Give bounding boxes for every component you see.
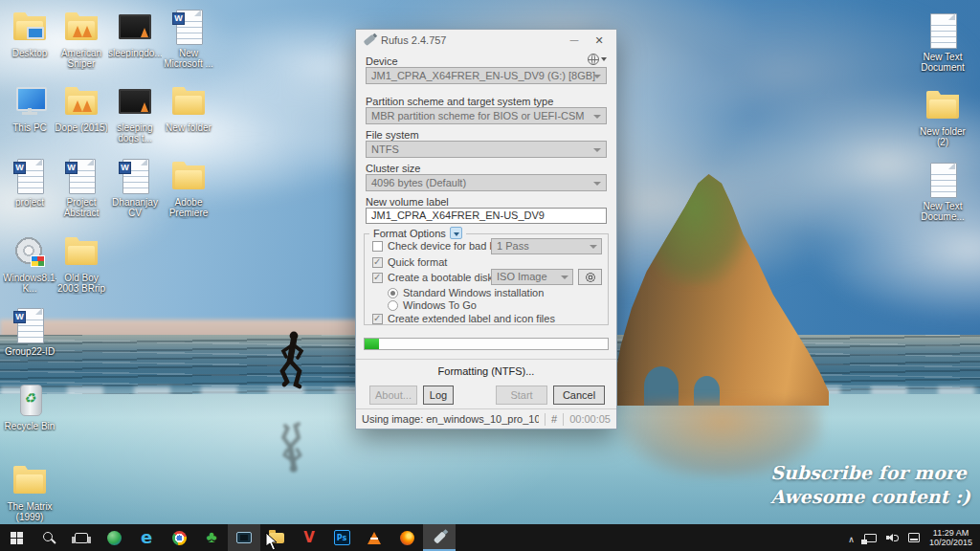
taskbar-download-manager-button[interactable] (98, 524, 130, 551)
subscribe-line-2: Awesome content :) (770, 485, 970, 509)
desktop-icon-label: sleeping dogs t... (108, 122, 162, 143)
minimize-button[interactable] (565, 33, 584, 48)
window-title: Rufus 2.4.757 (381, 34, 559, 46)
taskbar-v-app-button[interactable] (293, 524, 325, 551)
tray-overflow-icon[interactable] (848, 529, 855, 546)
desktop-icon-label: The Matrix (1999) (3, 501, 56, 522)
taskbar-task-view-button[interactable] (65, 524, 98, 551)
folder-icon (169, 82, 208, 121)
taskbar-photoshop-button[interactable] (325, 524, 358, 551)
desktop-icon-new-text-document[interactable]: New Text Document (916, 11, 969, 73)
taskbar-firefox-button[interactable] (390, 524, 423, 551)
taskbar-vlc-button[interactable] (358, 524, 390, 551)
desktop-icon-label: Project Abstract (55, 197, 108, 218)
search-icon (42, 531, 56, 545)
edge-icon (141, 529, 152, 547)
desktop-icon-dhananjay-cv[interactable]: Dhananjay CV (108, 157, 162, 218)
desktop-icon-sleepingdogs-video[interactable]: sleepingdo... (108, 8, 162, 58)
desktop-icon-sleeping-dogs-video-2[interactable]: sleeping dogs t... (108, 82, 162, 143)
bad-blocks-checkbox[interactable] (372, 241, 383, 252)
hash-button[interactable]: # (551, 413, 557, 425)
cancel-button[interactable]: Cancel (553, 386, 605, 405)
desktop-icon-adobe-premiere[interactable]: Adobe Premiere P... (162, 157, 215, 219)
extended-label-checkbox[interactable] (372, 314, 383, 324)
standard-install-radio[interactable] (388, 288, 398, 298)
close-button[interactable] (590, 33, 609, 48)
system-tray: 11:29 AM 10/20/2015 (848, 524, 980, 551)
rufus-app-icon (363, 34, 375, 46)
media-player-icon (236, 532, 252, 543)
format-status-text: Formatting (NTFS)... (356, 365, 616, 377)
windows-to-go-radio[interactable] (388, 300, 398, 311)
partition-scheme-select[interactable]: MBR partition scheme for BIOS or UEFI-CS… (366, 107, 607, 124)
taskbar-media-player-button[interactable] (228, 524, 260, 551)
folder-av-icon (62, 82, 100, 121)
about-button[interactable]: About... (369, 386, 417, 405)
desktop-icon-new-folder-2[interactable]: New folder (2) (916, 86, 969, 147)
taskbar-edge-button[interactable] (130, 524, 163, 551)
desktop-icon-windows-installer[interactable]: Windows8.1-K... (3, 232, 56, 294)
folder-desktop-icon (11, 8, 49, 46)
volume-icon[interactable] (886, 533, 899, 543)
worddoc-icon (62, 157, 100, 195)
desktop-icon-project-doc[interactable]: project (3, 157, 56, 208)
format-options-toggle[interactable] (450, 227, 462, 239)
action-center-icon[interactable] (908, 533, 920, 542)
screen: DesktopAmerican Sniper (2014)sleepingdo.… (0, 0, 980, 551)
quick-format-checkbox[interactable] (372, 257, 383, 268)
desktop-icon-new-microsoft-doc[interactable]: New Microsoft ... (162, 8, 215, 69)
folder-icon (924, 86, 962, 124)
elapsed-time: 00:00:05 (569, 413, 611, 425)
network-icon[interactable] (864, 534, 877, 542)
taskbar-rufus-button[interactable] (423, 524, 456, 551)
start-button[interactable]: Start (496, 386, 547, 405)
taskbar-start-button[interactable] (0, 524, 33, 551)
desktop-icon-desktop-folder[interactable]: Desktop (3, 8, 56, 58)
volume-label-input[interactable]: JM1_CPRA_X64FRER_EN-US_DV9 (366, 208, 607, 224)
textdoc-icon (924, 161, 962, 199)
passes-select[interactable]: 1 Pass (491, 238, 602, 254)
rufus-window: Rufus 2.4.757 Device JM1_CPRA_X64FRER_EN… (355, 29, 617, 430)
partition-scheme-label: Partition scheme and target system type (366, 96, 553, 107)
worddoc-icon (11, 157, 49, 195)
desktop-icon-old-boy[interactable]: Old Boy 2003 BRrip [R... (55, 232, 108, 295)
desktop-icon-this-pc[interactable]: This PC (3, 82, 56, 133)
standard-install-row: Standard Windows installation (388, 287, 544, 298)
device-label: Device (366, 55, 398, 67)
desktop-icon-label: New folder (162, 122, 215, 133)
select-iso-button[interactable] (578, 269, 602, 285)
desktop-icon-american-sniper[interactable]: American Sniper (2014) (55, 8, 108, 70)
desktop-icon-recycle-bin[interactable]: Recycle Bin (3, 381, 56, 431)
desktop-icon-new-text-document-2[interactable]: New Text Docume... (916, 161, 969, 222)
language-button[interactable] (588, 54, 607, 65)
taskbar-clover-button[interactable] (195, 524, 228, 551)
log-button[interactable]: Log (423, 386, 454, 405)
rufus-titlebar[interactable]: Rufus 2.4.757 (356, 30, 616, 51)
desktop-icon-dope-folder[interactable]: Dope (2015) (55, 82, 108, 133)
desktop-icon-new-folder[interactable]: New folder (162, 82, 215, 133)
installer-icon (11, 232, 49, 271)
rufus-icon (433, 531, 445, 543)
v-app-icon (303, 529, 315, 546)
start-icon (11, 532, 23, 544)
recycle-icon (11, 381, 49, 419)
desktop-icon-label: sleepingdo... (108, 48, 162, 58)
video-icon (116, 8, 154, 46)
progress-bar (364, 338, 609, 350)
desktop-icon-group22[interactable]: Group22-ID (3, 306, 56, 357)
desktop-icon-project-abstract[interactable]: Project Abstract (55, 157, 108, 218)
bootable-checkbox[interactable] (372, 273, 383, 283)
bootable-type-select[interactable]: ISO Image (491, 269, 573, 285)
device-select[interactable]: JM1_CPRA_X64FRER_EN-US_DV9 (G:) [8GB] (366, 67, 607, 84)
file-system-select[interactable]: NTFS (366, 141, 607, 158)
format-options-title: Format Options (373, 228, 446, 239)
desktop-icon-label: American Sniper (2014) (55, 48, 108, 70)
download-manager-icon (107, 531, 122, 545)
desktop-icon-the-matrix[interactable]: The Matrix (1999) (3, 461, 56, 522)
desktop-icon-label: Adobe Premiere P... (162, 197, 215, 219)
cluster-size-select[interactable]: 4096 bytes (Default) (366, 174, 607, 191)
volume-label-label: New volume label (366, 196, 449, 208)
taskbar-search-button[interactable] (33, 524, 65, 551)
taskbar-chrome-button[interactable] (163, 524, 195, 551)
taskbar-clock[interactable]: 11:29 AM 10/20/2015 (929, 528, 972, 547)
